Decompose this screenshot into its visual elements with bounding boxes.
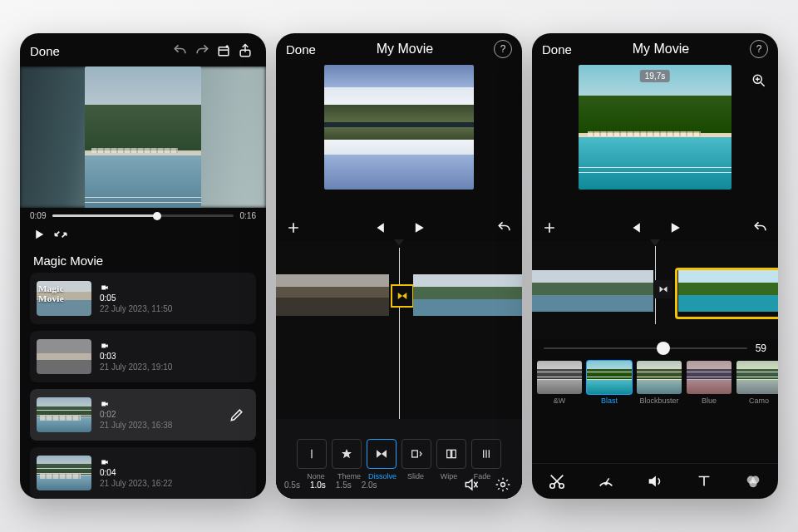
svg-rect-0 [219,47,229,56]
intensity-slider[interactable]: 59 [532,339,778,357]
video-icon [100,342,110,350]
clip-date: 21 July 2023, 19:10 [100,362,172,372]
clip-item[interactable]: 0:04 21 July 2023, 16:22 [30,447,256,499]
preview-frame [579,65,732,190]
duration-option[interactable]: 1.5s [336,480,352,490]
header: Done My Movie ? [276,33,522,63]
filter-bw[interactable]: &W [537,361,582,405]
clip-overlay: Magic Movie [38,283,91,303]
play-button[interactable] [408,217,430,239]
clip-2[interactable] [413,274,522,316]
slider-value: 59 [756,342,766,354]
filter-carousel[interactable]: &W Blast Blockbuster Blue Camo [532,357,778,405]
edit-icon[interactable] [226,404,248,426]
transition-dissolve[interactable] [367,439,397,469]
mute-icon[interactable] [461,474,482,495]
done-button[interactable]: Done [286,42,316,57]
done-button[interactable]: Done [30,44,60,58]
preview-frame [85,66,201,208]
clip-item-selected[interactable]: 0:02 21 July 2023, 16:38 [30,389,256,441]
playhead-notch [394,239,404,246]
add-media-icon[interactable] [213,40,234,62]
undo-icon[interactable] [750,217,771,239]
timeline[interactable] [532,241,778,339]
transition-chip-selected[interactable] [391,284,414,308]
phone-filters: Done My Movie ? 19,7s [532,33,778,499]
clip-duration: 0:05 [100,293,172,303]
video-preview[interactable] [276,63,522,213]
clip-item[interactable]: Magic Movie 0:05 22 July 2023, 11:50 [30,273,256,324]
svg-rect-2 [412,451,418,457]
skip-back-icon[interactable] [624,217,646,239]
header: Done My Movie ? [532,33,778,63]
add-button[interactable] [539,217,560,239]
video-icon [100,400,110,408]
undo-icon[interactable] [494,217,515,239]
clip-item[interactable]: 0:03 21 July 2023, 19:10 [30,331,256,382]
clip-list: Magic Movie 0:05 22 July 2023, 11:50 0:0… [20,273,266,499]
time-total: 0:16 [240,211,256,220]
video-icon [100,458,110,466]
video-icon [100,283,110,292]
phone-transitions: Done My Movie ? [276,33,522,499]
skip-back-icon[interactable] [368,217,390,239]
filters-icon[interactable] [742,470,764,492]
video-preview[interactable] [20,66,266,208]
filter-blockbuster[interactable]: Blockbuster [637,361,682,405]
clip-duration: 0:02 [100,410,172,419]
transition-duration-row: 0.5s 1.0s 1.5s 2.0s [284,474,514,495]
project-title: My Movie [377,42,433,57]
redo-icon[interactable] [191,40,213,62]
help-icon[interactable]: ? [494,40,512,58]
undo-icon[interactable] [170,40,191,62]
transition-chip[interactable] [654,280,672,298]
zoom-icon[interactable] [748,70,770,91]
project-title: My Movie [633,42,689,57]
transition-slide[interactable] [401,439,431,469]
cut-icon[interactable] [546,470,568,492]
svg-point-9 [605,483,607,485]
volume-icon[interactable] [644,470,666,492]
settings-icon[interactable] [492,474,514,495]
duration-option-selected[interactable]: 1.0s [310,480,326,490]
scrubber-track[interactable] [52,214,233,217]
transition-none[interactable] [297,439,327,469]
timeline[interactable]: None Theme Dissolve Slide Wipe Fade 0.5s… [276,241,522,499]
text-icon[interactable] [693,470,715,492]
transition-fade[interactable] [471,439,501,469]
clip-2-selected[interactable] [678,270,778,312]
share-icon[interactable] [234,40,256,62]
fullscreen-icon[interactable] [50,224,71,245]
duration-option[interactable]: 2.0s [362,480,377,490]
filter-blue[interactable]: Blue [687,361,732,405]
video-preview[interactable]: 19,7s [532,63,778,213]
section-title: Magic Movie [20,245,266,273]
speed-icon[interactable] [595,470,617,492]
add-button[interactable] [283,217,304,239]
clip-1[interactable] [276,274,389,316]
clip-1[interactable] [532,270,653,312]
transition-options [276,439,522,469]
help-icon[interactable]: ? [750,40,768,58]
header: Done [20,33,266,66]
play-button[interactable] [28,224,50,245]
filter-camo[interactable]: Camo [736,361,778,405]
done-button[interactable]: Done [542,42,572,57]
play-button[interactable] [664,217,686,239]
playhead-notch [650,239,660,246]
clip-date: 22 July 2023, 11:50 [100,304,172,313]
edit-toolbar [532,463,778,499]
time-badge: 19,7s [640,70,670,82]
phone-magic-movie: Done 0:09 0:16 Magic Movie Magic Movie 0… [20,33,266,499]
svg-point-5 [501,483,505,487]
svg-point-12 [750,480,757,487]
clip-date: 21 July 2023, 16:38 [100,421,172,430]
transition-wipe[interactable] [436,439,466,469]
preview-controls [20,224,266,245]
scrubber[interactable]: 0:09 0:16 [20,208,266,224]
preview-frame [324,65,474,190]
timeline-controls [276,213,522,241]
filter-blast-selected[interactable]: Blast [587,361,632,405]
transition-theme[interactable] [332,439,362,469]
duration-option[interactable]: 0.5s [284,480,300,490]
